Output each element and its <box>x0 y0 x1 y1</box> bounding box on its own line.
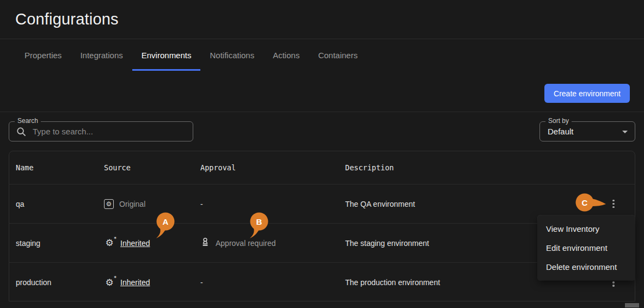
search-field[interactable]: Search <box>9 121 193 141</box>
env-name: qa <box>9 200 97 208</box>
page-title: Configurations <box>15 10 119 28</box>
search-icon <box>16 127 26 137</box>
env-description: The QA environment <box>339 200 592 208</box>
tab-bar: Properties Integrations Environments Not… <box>15 40 367 71</box>
column-header-description: Description <box>339 163 592 172</box>
gear-sparkle-icon: ⚙✶ <box>104 238 115 249</box>
tab-notifications[interactable]: Notifications <box>200 40 263 71</box>
sort-by-label: Sort by <box>545 117 572 125</box>
approval-stamp-icon <box>200 237 210 249</box>
tab-label: Integrations <box>80 51 122 60</box>
chevron-down-icon <box>622 131 628 133</box>
table-header-row: Name Source Approval Description <box>9 151 635 184</box>
horizontal-scrollbar-thumb[interactable] <box>625 303 639 307</box>
column-header-source: Source <box>97 163 194 172</box>
gear-sparkle-icon: ⚙✶ <box>104 277 115 288</box>
approval-value: - <box>194 200 339 208</box>
menu-item-edit-environment[interactable]: Edit environment <box>538 238 635 257</box>
env-name: staging <box>9 239 97 248</box>
tab-label: Environments <box>142 51 192 60</box>
active-tab-indicator <box>132 69 201 71</box>
tab-containers[interactable]: Containers <box>309 40 367 71</box>
source-value: Original <box>119 200 145 208</box>
inherited-source-link[interactable]: Inherited <box>120 278 150 287</box>
menu-item-view-inventory[interactable]: View Inventory <box>538 219 635 238</box>
gear-in-box-icon: ⚙ <box>104 199 114 209</box>
create-environment-button[interactable]: Create environment <box>544 84 630 103</box>
tab-integrations[interactable]: Integrations <box>71 40 132 71</box>
env-name: production <box>9 278 97 287</box>
column-header-approval: Approval <box>194 163 339 172</box>
row-menu-kebab-icon[interactable] <box>605 195 622 213</box>
tab-actions[interactable]: Actions <box>263 40 309 71</box>
column-header-name: Name <box>9 163 97 172</box>
section-divider <box>0 112 644 112</box>
tab-label: Properties <box>24 51 62 60</box>
approval-value: - <box>194 278 339 287</box>
tab-label: Containers <box>318 51 358 60</box>
search-input[interactable] <box>33 127 169 136</box>
inherited-source-link[interactable]: Inherited <box>120 239 150 248</box>
app-header: Configurations <box>0 0 644 39</box>
search-field-label: Search <box>15 117 41 125</box>
configurations-page: Configurations Properties Integrations E… <box>0 0 644 308</box>
row-context-menu: View Inventory Edit environment Delete e… <box>538 215 635 280</box>
tab-label: Actions <box>273 51 299 60</box>
tab-environments[interactable]: Environments <box>132 40 201 71</box>
tab-properties[interactable]: Properties <box>15 40 71 71</box>
menu-item-delete-environment[interactable]: Delete environment <box>538 257 635 276</box>
sort-by-value: Default <box>548 127 574 136</box>
approval-value: Approval required <box>216 239 276 248</box>
sort-by-select[interactable]: Sort by Default <box>539 121 635 141</box>
tab-label: Notifications <box>210 51 254 60</box>
